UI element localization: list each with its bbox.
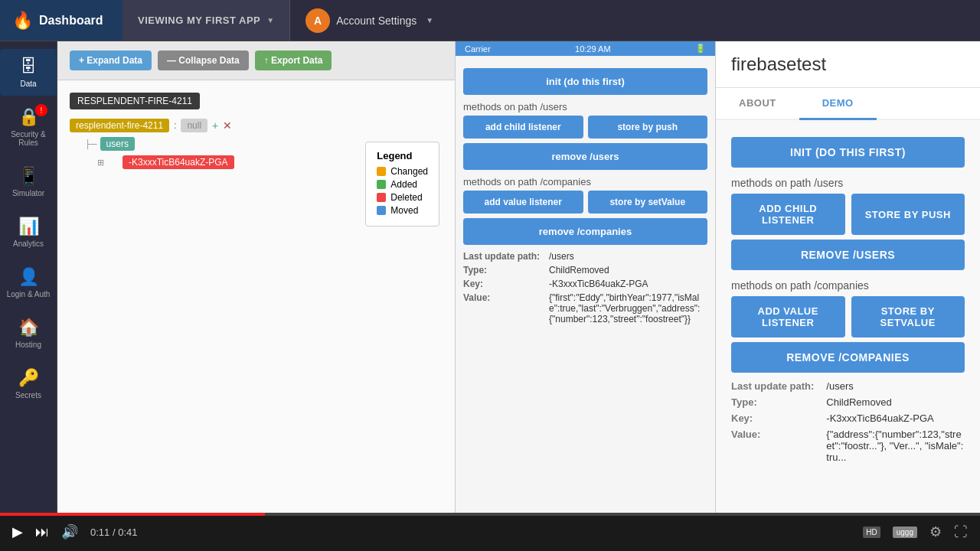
skip-button[interactable]: ⏭ <box>35 524 49 540</box>
node-title: RESPLENDENT-FIRE-4211 <box>70 93 200 109</box>
phone-store-value-button[interactable]: store by setValue <box>588 191 708 214</box>
sidebar-label-simulator: Simulator <box>12 189 44 197</box>
sidebar-label-security: Security & Rules <box>6 130 51 147</box>
fb-type-label: Type: <box>731 396 814 408</box>
fb-type-value: ChildRemoved <box>826 396 965 408</box>
firebase-title: firebasetest <box>731 54 965 75</box>
progress-fill <box>0 513 265 516</box>
dropdown-arrow-icon: ▼ <box>266 16 274 24</box>
phone-companies-section-title: methods on path /companies <box>463 176 707 187</box>
fb-store-push-button[interactable]: STORE BY PUSH <box>851 194 965 235</box>
deleted-dot <box>377 193 386 202</box>
toolbar: + Expand Data — Collapse Data ↑ Export D… <box>57 41 455 80</box>
fb-store-value-button[interactable]: STORE BY SETVALUE <box>851 296 965 337</box>
added-dot <box>377 180 386 189</box>
firebase-body: INIT (DO THIS FIRST) methods on path /us… <box>716 120 980 551</box>
delete-node-button[interactable]: ✕ <box>223 119 232 132</box>
phone-remove-companies-button[interactable]: remove /companies <box>463 218 707 245</box>
sidebar-item-secrets[interactable]: 🔑 Secrets <box>0 360 57 407</box>
fb-users-section-title: methods on path /users <box>731 177 965 189</box>
fb-add-child-button[interactable]: ADD CHILD LISTENER <box>731 194 845 235</box>
data-tree-area: RESPLENDENT-FIRE-4211 resplendent-fire-4… <box>57 80 455 526</box>
phone-add-child-button[interactable]: add child listener <box>463 116 583 139</box>
analytics-icon: 📊 <box>18 217 39 236</box>
fb-value-value: {"address":{"number":123,"street":"foost… <box>826 429 965 463</box>
account-settings-label: Account Settings <box>336 15 416 27</box>
phone-remove-users-button[interactable]: remove /users <box>463 143 707 170</box>
firebase-tabs: ABOUT DEMO <box>716 88 980 120</box>
security-badge: ! <box>35 104 47 116</box>
left-panel: + Expand Data — Collapse Data ↑ Export D… <box>57 41 456 551</box>
fb-init-button[interactable]: INIT (DO THIS FIRST) <box>731 137 965 168</box>
fire-icon: 🔥 <box>12 11 33 31</box>
fb-last-update-value: /users <box>826 380 965 392</box>
tab-about[interactable]: ABOUT <box>716 88 799 120</box>
phone-key-value: -K3xxxTicB64uakZ-PGA <box>549 279 707 289</box>
fb-key-label: Key: <box>731 412 814 424</box>
sidebar-item-simulator[interactable]: 📱 Simulator <box>0 158 57 205</box>
main-content: + Expand Data — Collapse Data ↑ Export D… <box>57 41 980 551</box>
avatar: A <box>305 8 330 33</box>
play-button[interactable]: ▶ <box>12 523 23 540</box>
phone-companies-btn-row: add value listener store by setValue <box>463 191 707 214</box>
fb-remove-companies-button[interactable]: REMOVE /COMPANIES <box>731 342 965 373</box>
data-icon: 🗄 <box>20 57 37 77</box>
key-icon: 🔑 <box>18 368 39 388</box>
phone-time: 10:29 AM <box>575 44 610 54</box>
video-time: 0:11 / 0:41 <box>90 527 137 538</box>
phone-status-bar: Carrier 10:29 AM 🔋 <box>456 41 715 56</box>
export-data-button[interactable]: ↑ Export Data <box>255 51 332 70</box>
video-bar: ▶ ⏭ 🔊 0:11 / 0:41 HD uggg ⚙ ⛶ <box>0 513 980 551</box>
fb-last-update-label: Last update path: <box>731 380 814 392</box>
collapse-data-button[interactable]: — Collapse Data <box>158 51 249 70</box>
legend-title: Legend <box>377 150 428 161</box>
phone-content: init (do this first) methods on path /us… <box>456 56 715 527</box>
battery-icon: 🔋 <box>695 44 706 54</box>
progress-track[interactable] <box>0 513 980 516</box>
legend-item-deleted: Deleted <box>377 192 428 203</box>
cc-badge[interactable]: uggg <box>893 527 917 538</box>
legend-item-moved: Moved <box>377 205 428 216</box>
volume-button[interactable]: 🔊 <box>61 523 78 540</box>
account-settings-area[interactable]: A Account Settings ▼ <box>290 0 449 41</box>
sidebar-item-data[interactable]: 🗄 Data <box>0 49 57 96</box>
top-nav: 🔥 Dashboard VIEWING MY FIRST APP ▼ A Acc… <box>0 0 980 41</box>
fb-companies-btn-row: ADD VALUE LISTENER STORE BY SETVALUE <box>731 296 965 337</box>
phone-info-grid: Last update path: /users Type: ChildRemo… <box>463 251 707 324</box>
sidebar-item-security[interactable]: 🔒 Security & Rules ! <box>0 99 57 155</box>
mobile-panel: Carrier 10:29 AM 🔋 init (do this first) … <box>456 41 716 551</box>
sidebar-label-login: Login & Auth <box>7 290 51 298</box>
app-title: VIEWING MY FIRST APP <box>138 15 260 26</box>
carrier-text: Carrier <box>465 44 491 54</box>
right-panel: firebasetest ABOUT DEMO INIT (DO THIS FI… <box>716 41 980 551</box>
phone-type-value: ChildRemoved <box>549 265 707 276</box>
user-icon: 👤 <box>18 267 39 287</box>
tab-demo[interactable]: DEMO <box>799 88 877 120</box>
simulator-icon: 📱 <box>18 166 39 186</box>
phone-init-button[interactable]: init (do this first) <box>463 68 707 95</box>
expand-data-button[interactable]: + Expand Data <box>70 51 152 70</box>
app-title-area: VIEWING MY FIRST APP ▼ <box>122 0 290 41</box>
logo-area[interactable]: 🔥 Dashboard <box>0 0 122 41</box>
phone-store-push-button[interactable]: store by push <box>588 116 708 139</box>
fb-add-value-button[interactable]: ADD VALUE LISTENER <box>731 296 845 337</box>
added-label: Added <box>390 179 417 190</box>
phone-key-label: Key: <box>463 279 540 289</box>
add-node-button[interactable]: + <box>212 119 218 132</box>
legend-item-changed: Changed <box>377 166 428 177</box>
logo-text: Dashboard <box>39 14 103 28</box>
sidebar-label-analytics: Analytics <box>13 240 44 248</box>
phone-value-label: Value: <box>463 292 540 324</box>
settings-icon[interactable]: ⚙ <box>929 523 942 540</box>
fb-companies-section-title: methods on path /companies <box>731 279 965 292</box>
phone-value-value: {"first":"Eddy","birthYear":1977,"isMale… <box>549 292 707 324</box>
fullscreen-icon[interactable]: ⛶ <box>954 524 968 540</box>
hosting-icon: 🏠 <box>18 318 39 337</box>
fb-remove-users-button[interactable]: REMOVE /USERS <box>731 240 965 270</box>
sidebar-item-login[interactable]: 👤 Login & Auth <box>0 259 57 306</box>
sidebar-item-hosting[interactable]: 🏠 Hosting <box>0 310 57 357</box>
sidebar-item-analytics[interactable]: 📊 Analytics <box>0 209 57 256</box>
colon-sep: : <box>174 120 176 131</box>
phone-type-label: Type: <box>463 265 540 276</box>
phone-add-value-button[interactable]: add value listener <box>463 191 583 214</box>
